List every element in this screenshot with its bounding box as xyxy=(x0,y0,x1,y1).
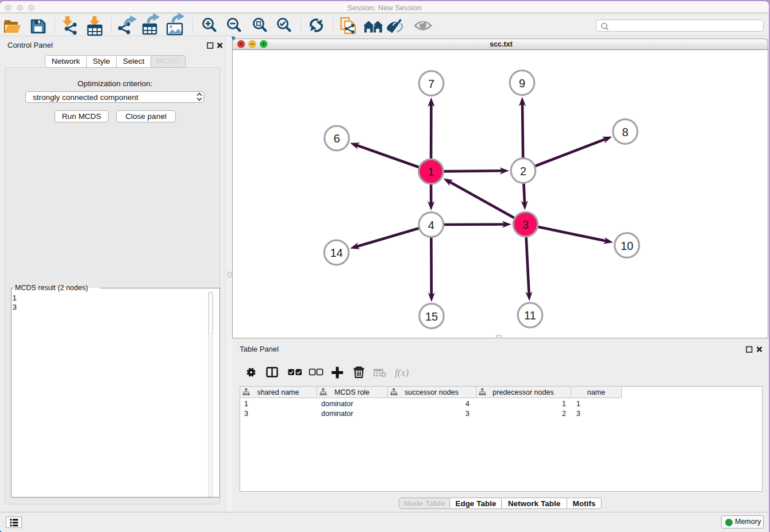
svg-text:10: 10 xyxy=(621,240,633,252)
svg-text:8: 8 xyxy=(622,126,628,138)
